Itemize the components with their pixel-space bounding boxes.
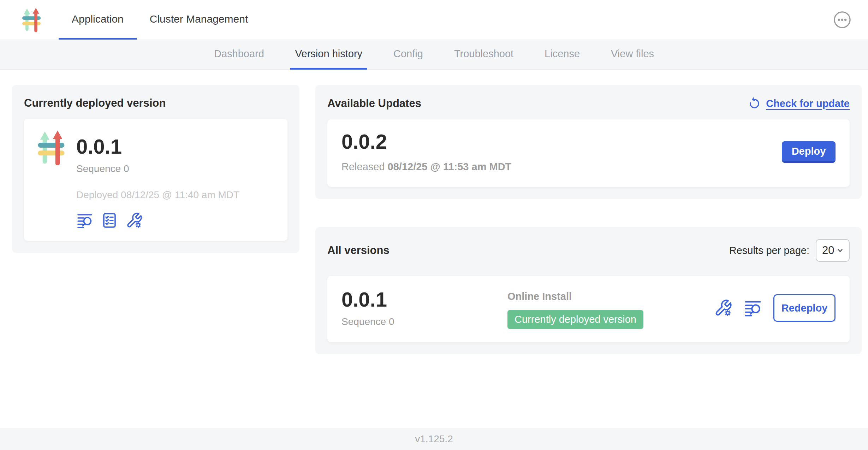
preflight-checks-button[interactable] <box>101 212 118 229</box>
deploy-button[interactable]: Deploy <box>782 141 836 163</box>
update-version-number: 0.0.2 <box>341 131 511 152</box>
app-logo-icon <box>37 130 66 165</box>
available-updates-title: Available Updates <box>327 97 421 110</box>
version-row-actions: Redeploy <box>714 294 836 322</box>
available-updates-header: Available Updates Check for update <box>327 97 850 110</box>
subnav-view-files-label: View files <box>611 48 654 60</box>
release-notes-button[interactable] <box>744 299 762 317</box>
app-logo <box>22 7 41 32</box>
redeploy-button[interactable]: Redeploy <box>773 294 836 322</box>
logs-search-icon <box>744 299 762 317</box>
console-version: v1.125.2 <box>415 433 453 445</box>
check-for-update-label: Check for update <box>766 98 850 109</box>
subnav-item-license[interactable]: License <box>540 40 585 70</box>
check-for-update-link[interactable]: Check for update <box>748 97 850 110</box>
subnav-version-history-label: Version history <box>295 48 362 60</box>
logs-search-icon <box>76 212 93 229</box>
deployed-sequence: Sequence 0 <box>76 163 239 174</box>
version-row: 0.0.1 Sequence 0 Online Install Currentl… <box>327 276 850 342</box>
wrench-gear-icon <box>714 299 732 317</box>
released-timestamp: 08/12/25 @ 11:53 am MDT <box>388 161 512 172</box>
release-notes-button[interactable] <box>76 212 93 229</box>
overflow-menu-button[interactable] <box>833 11 851 29</box>
subnav-license-label: License <box>545 48 580 60</box>
version-row-details: 0.0.1 Sequence 0 <box>341 289 507 327</box>
tab-application[interactable]: Application <box>59 0 137 40</box>
edit-config-button[interactable] <box>126 212 143 229</box>
update-released-line: Released 08/12/25 @ 11:53 am MDT <box>341 161 511 173</box>
results-per-page-value: 20 <box>822 244 834 257</box>
wrench-gear-icon <box>126 212 143 229</box>
row-sequence: Sequence 0 <box>341 316 507 327</box>
ellipsis-menu-icon <box>833 11 851 29</box>
update-panel: 0.0.2 Released 08/12/25 @ 11:53 am MDT D… <box>327 119 850 187</box>
app-logo-icon <box>22 7 41 32</box>
results-per-page-label: Results per page: <box>729 245 809 256</box>
right-column: Available Updates Check for update 0.0.2… <box>315 85 862 354</box>
deployed-version-details: 0.0.1 Sequence 0 Deployed 08/12/25 @ 11:… <box>76 129 239 229</box>
all-versions-card: All versions Results per page: 20 0.0.1 … <box>315 227 862 354</box>
currently-deployed-title: Currently deployed version <box>24 97 287 109</box>
released-prefix: Released <box>341 161 388 172</box>
all-versions-header: All versions Results per page: 20 <box>327 239 850 262</box>
edit-config-button[interactable] <box>714 299 732 317</box>
install-type-label: Online Install <box>507 291 714 302</box>
subnav-item-troubleshoot[interactable]: Troubleshoot <box>449 40 518 70</box>
tab-application-label: Application <box>72 13 124 25</box>
deployed-timestamp: Deployed 08/12/25 @ 11:40 am MDT <box>76 189 239 201</box>
subnav-config-label: Config <box>393 48 423 60</box>
currently-deployed-card: Currently deployed version 0.0.1 Sequenc… <box>12 85 299 253</box>
results-per-page: Results per page: 20 <box>729 239 850 262</box>
subnav-item-config[interactable]: Config <box>388 40 428 70</box>
subnav-dashboard-label: Dashboard <box>214 48 264 60</box>
chevron-down-icon <box>836 246 845 255</box>
app-subnav: Dashboard Version history Config Trouble… <box>0 40 868 70</box>
available-updates-card: Available Updates Check for update 0.0.2… <box>315 85 862 199</box>
main-content: Currently deployed version 0.0.1 Sequenc… <box>0 70 868 428</box>
subnav-item-dashboard[interactable]: Dashboard <box>209 40 269 70</box>
deployed-actions <box>76 212 239 229</box>
refresh-icon <box>748 97 761 110</box>
subnav-troubleshoot-label: Troubleshoot <box>454 48 513 60</box>
deployed-version-number: 0.0.1 <box>76 136 239 157</box>
checklist-icon <box>101 212 118 229</box>
deployed-version-panel: 0.0.1 Sequence 0 Deployed 08/12/25 @ 11:… <box>24 119 287 241</box>
row-version-number: 0.0.1 <box>341 289 507 310</box>
tab-cluster-management[interactable]: Cluster Management <box>137 0 261 40</box>
currently-deployed-badge: Currently deployed version <box>507 310 643 329</box>
subnav-item-view-files[interactable]: View files <box>606 40 659 70</box>
version-row-status: Online Install Currently deployed versio… <box>507 289 714 329</box>
app-logo <box>37 130 66 165</box>
app-footer: v1.125.2 <box>0 428 868 450</box>
app-header: Application Cluster Management <box>0 0 868 40</box>
all-versions-title: All versions <box>327 244 390 257</box>
update-details: 0.0.2 Released 08/12/25 @ 11:53 am MDT <box>341 131 511 173</box>
tab-cluster-management-label: Cluster Management <box>150 13 248 25</box>
results-per-page-select[interactable]: 20 <box>816 239 850 262</box>
subnav-item-version-history[interactable]: Version history <box>290 40 367 70</box>
